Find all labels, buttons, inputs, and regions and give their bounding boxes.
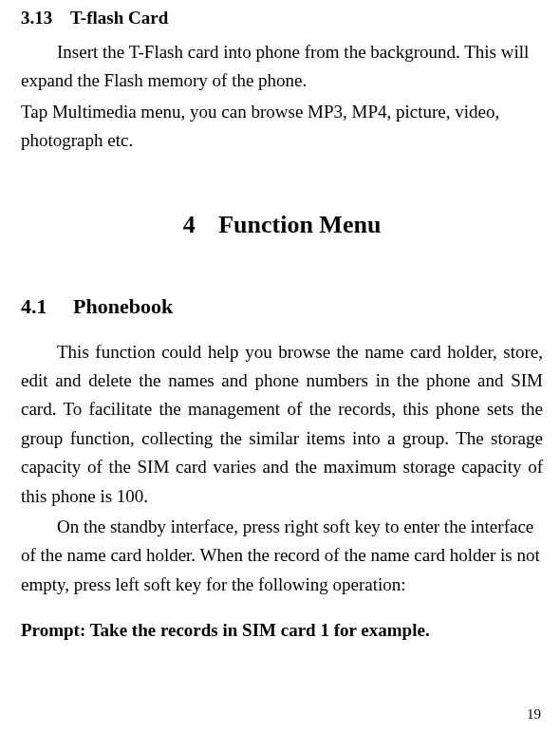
prompt-text: Prompt: Take the records in SIM card 1 f… xyxy=(21,620,543,641)
subsection-title: Phonebook xyxy=(73,294,173,318)
section-3-13-para-1: Insert the T-Flash card into phone from … xyxy=(21,38,543,96)
chapter-4-heading: 4 Function Menu xyxy=(21,211,543,239)
section-4-1-para-1: This function could help you browse the … xyxy=(21,338,543,511)
section-4-1-heading: 4.1 Phonebook xyxy=(21,294,543,319)
section-3-13-heading: 3.13 T-flash Card xyxy=(21,8,543,28)
subsection-number: 4.1 xyxy=(21,294,47,318)
section-4-1-para-2: On the standby interface, press right so… xyxy=(21,513,543,599)
section-title: T-flash Card xyxy=(70,8,168,28)
section-3-13-para-2: Tap Multimedia menu, you can browse MP3,… xyxy=(21,98,543,156)
section-number: 3.13 xyxy=(21,8,52,28)
chapter-number: 4 xyxy=(183,211,196,238)
page-number: 19 xyxy=(527,706,541,723)
chapter-title: Function Menu xyxy=(218,211,381,238)
